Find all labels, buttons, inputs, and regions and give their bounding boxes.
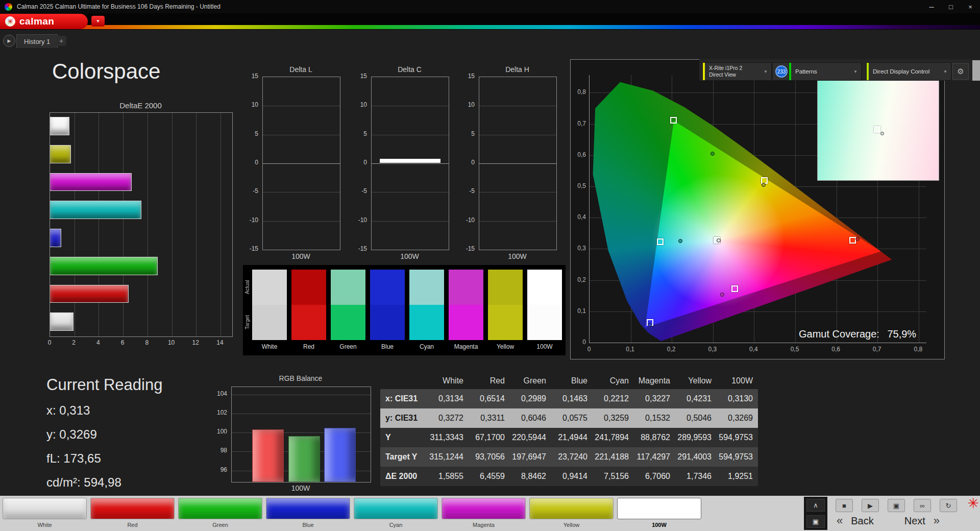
swatch-column-yellow: Yellow	[488, 270, 523, 350]
actual-swatch-cyan	[409, 270, 444, 305]
swatch-column-100w: 100W	[527, 270, 562, 350]
deltae-bar-white	[50, 117, 69, 135]
continuous-button[interactable]: ∞	[914, 499, 931, 512]
row-label: ΔE 2000	[380, 472, 427, 481]
deltae-bar-cyan	[50, 201, 141, 219]
session-play-button[interactable]: ▶	[3, 35, 15, 47]
patch-green[interactable]: Green	[178, 498, 262, 528]
gridline	[263, 135, 340, 135]
rainbow-strip	[0, 25, 980, 29]
patch-swatch	[3, 498, 87, 519]
window-title: Calman 2025 Calman Ultimate for Business…	[17, 3, 220, 10]
table-row[interactable]: Target Y315,124493,7056197,694723,724022…	[380, 447, 758, 467]
meter-status-badge[interactable]: 233	[772, 62, 791, 81]
actual-swatch-magenta	[449, 270, 483, 305]
patch-magenta[interactable]: Magenta	[442, 498, 526, 528]
actual-swatch-100w	[527, 270, 562, 305]
row-label: Y	[380, 433, 427, 442]
refresh-button[interactable]: ↻	[940, 499, 957, 512]
table-header-cell: Cyan	[593, 376, 634, 385]
stop-icon: ■	[842, 502, 846, 510]
table-cell: 0,4231	[675, 394, 717, 403]
close-button[interactable]: ×	[961, 0, 980, 13]
table-cell: 594,9753	[717, 452, 758, 462]
calman-logo[interactable]: ✳ calman	[0, 14, 88, 29]
next-chevrons-icon[interactable]: »	[934, 514, 940, 527]
back-button[interactable]: Back	[851, 515, 873, 527]
table-row[interactable]: Y311,334367,1700220,594421,4944241,78948…	[380, 428, 758, 447]
calman-menu-dropdown[interactable]: ▼	[91, 16, 105, 27]
x-tick-label: 12	[192, 339, 199, 346]
deltae-bar-blue	[50, 229, 61, 247]
table-row[interactable]: y: CIE310,32720,33110,60460,05750,32590,…	[380, 408, 758, 428]
gridline	[232, 395, 371, 395]
y-tick-label: 10	[468, 101, 475, 108]
settings-button[interactable]: ⚙	[952, 63, 969, 80]
table-cell: 197,6947	[510, 452, 551, 462]
back-chevrons-icon[interactable]: «	[837, 514, 843, 527]
table-row[interactable]: ΔE 20001,58556,45598,84620,94147,51566,7…	[380, 467, 758, 486]
y-tick-label: 10	[252, 101, 258, 108]
tab-label: History 1	[24, 38, 50, 45]
y-tick-label: -5	[253, 187, 258, 195]
next-button[interactable]: Next	[904, 515, 925, 527]
play-measure-button[interactable]: ▶	[862, 499, 879, 512]
tab-history-1[interactable]: History 1	[16, 34, 58, 48]
y-tick-label: 5	[471, 130, 475, 137]
deltae-chart-title: DeltaE 2000	[50, 101, 232, 110]
bottom-right-controls: ∧ ▣ ■ ▶ ▣ ∞ ↻ ✳ « Back Next »	[803, 496, 980, 531]
y-tick-label: 0,6	[577, 151, 586, 158]
white-point-inset	[817, 77, 939, 181]
current-reading-title: Current Reading	[46, 376, 162, 394]
table-header-cell: Blue	[551, 376, 593, 385]
calman-app-icon	[5, 3, 12, 11]
patch-100w[interactable]: 100W	[617, 498, 701, 528]
gridline	[99, 113, 99, 336]
patch-swatch	[90, 498, 175, 519]
meter-dropdown[interactable]: X-Rite i1Pro 2 Direct View ▼	[702, 62, 772, 81]
chevron-down-icon: ▼	[96, 19, 100, 23]
table-row[interactable]: x: CIE310,31340,65140,29890,14630,22120,…	[380, 389, 758, 408]
measured-point-white	[717, 238, 721, 243]
display-control-dropdown[interactable]: Direct Display Control ▼	[866, 62, 951, 81]
target-marker-green	[670, 117, 677, 124]
patch-white[interactable]: White	[3, 498, 87, 528]
capture-button[interactable]: ▣	[888, 499, 905, 512]
x-tick-label: 0,7	[873, 346, 881, 353]
deltae-chart	[50, 112, 233, 337]
gridline	[263, 221, 340, 222]
patch-label: Magenta	[442, 522, 526, 528]
page-title: Colorspace	[52, 59, 160, 84]
add-tab-button[interactable]: +	[56, 36, 66, 46]
gamut-coverage-label: Gamut Coverage:	[799, 328, 879, 340]
delta-c-plot	[371, 77, 449, 250]
chevron-up-icon: ∧	[813, 501, 818, 509]
y-tick-label: -10	[250, 216, 258, 224]
maximize-button[interactable]: □	[941, 0, 961, 13]
stop-button[interactable]: ■	[836, 499, 853, 512]
plus-icon: +	[59, 37, 63, 45]
y-tick-label: 98	[220, 447, 227, 454]
display-control-accent	[867, 63, 869, 80]
patch-blue[interactable]: Blue	[266, 498, 350, 528]
table-cell: 6,4559	[469, 472, 510, 481]
delta-c-ylabels: 151050-5-10-15	[349, 77, 369, 249]
side-panel-handle[interactable]	[972, 60, 980, 81]
patch-red[interactable]: Red	[90, 498, 175, 528]
patterns-dropdown[interactable]: Patterns ▼	[789, 62, 862, 81]
minimize-button[interactable]: ─	[922, 0, 941, 13]
collapse-panel-button[interactable]: ∧	[806, 499, 825, 512]
calman-pinwheel-icon: ✳	[5, 16, 15, 27]
table-cell: 311,3343	[427, 433, 469, 442]
table-cell: 291,4003	[675, 452, 717, 462]
y-tick-label: 5	[255, 130, 258, 137]
table-cell: 0,2212	[593, 394, 634, 403]
table-cell: 0,3227	[634, 394, 675, 403]
x-tick-label: 0,2	[667, 346, 676, 353]
patch-yellow[interactable]: Yellow	[529, 498, 614, 528]
brand-bar: ✳ calman ▼	[0, 13, 980, 30]
patch-cyan[interactable]: Cyan	[354, 498, 438, 528]
swatch-column-green: Green	[331, 270, 365, 350]
layout-button[interactable]: ▣	[806, 515, 825, 528]
gear-icon: ⚙	[957, 67, 964, 76]
